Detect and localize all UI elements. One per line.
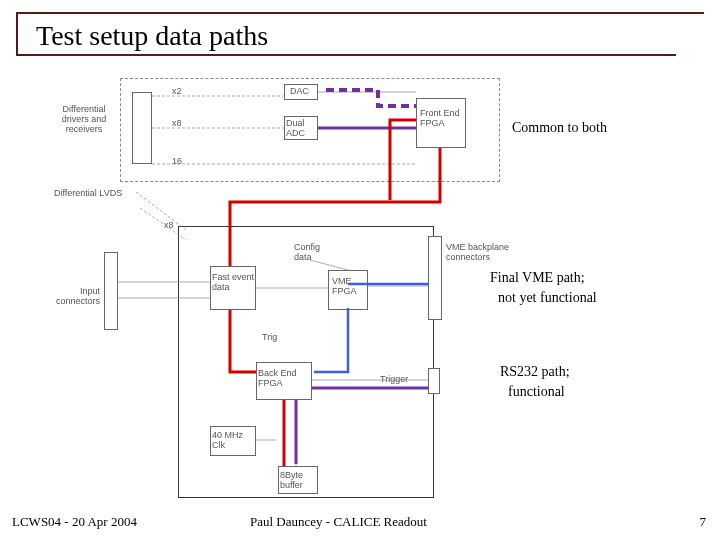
diagram-area: Differential drivers and receivers x2 x8… bbox=[100, 72, 520, 502]
svg-line-6 bbox=[140, 208, 186, 240]
annot-rs232-1: RS232 path; bbox=[500, 364, 570, 380]
label-input-conn: Input connectors bbox=[44, 286, 100, 306]
svg-line-5 bbox=[136, 192, 186, 230]
annot-common: Common to both bbox=[512, 120, 607, 136]
diagram-paths bbox=[100, 72, 520, 502]
slide-title: Test setup data paths bbox=[30, 20, 274, 52]
footer-center: Paul Dauncey - CALICE Readout bbox=[250, 514, 427, 530]
annot-vme-1: Final VME path; bbox=[490, 270, 585, 286]
title-underline bbox=[16, 54, 676, 56]
annot-vme-2: not yet functional bbox=[498, 290, 597, 306]
page-number: 7 bbox=[700, 514, 707, 530]
footer-left: LCWS04 - 20 Apr 2004 bbox=[12, 514, 137, 530]
annot-rs232-2: functional bbox=[508, 384, 565, 400]
svg-line-10 bbox=[310, 260, 348, 270]
